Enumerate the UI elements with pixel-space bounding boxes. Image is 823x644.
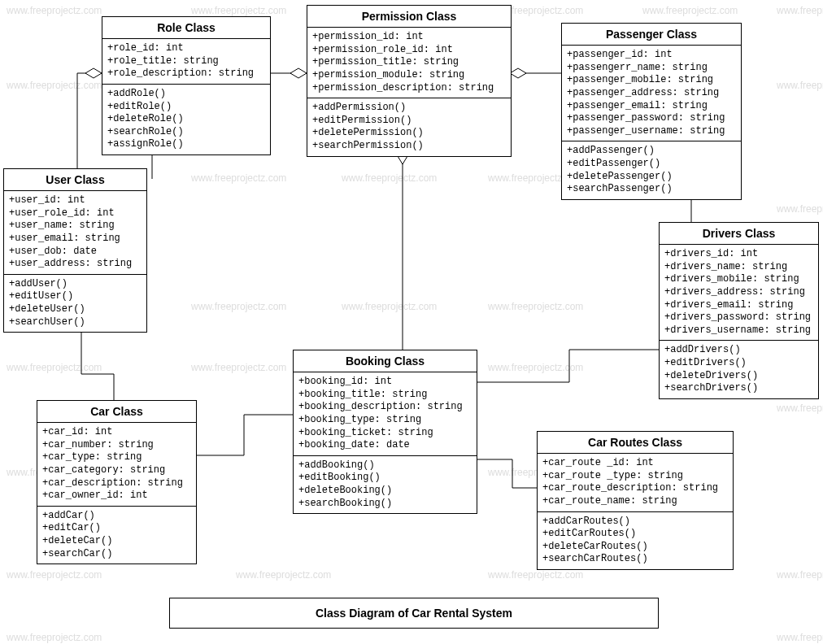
watermark: www.freeprojectz.com [342, 301, 437, 312]
class-attributes: +drivers_id: int +drivers_name: string +… [660, 245, 818, 341]
watermark: www.freeprojectz.com [777, 402, 823, 414]
watermark: www.freeprojectz.com [777, 632, 823, 643]
class-title: Passenger Class [562, 24, 741, 46]
class-title: Permission Class [307, 6, 511, 28]
watermark: www.freeprojectz.com [7, 362, 102, 373]
watermark: www.freeprojectz.com [191, 362, 286, 373]
watermark: www.freeprojectz.com [191, 172, 286, 184]
class-operations: +addPassenger() +editPassenger() +delete… [562, 141, 741, 198]
class-title: Booking Class [294, 350, 477, 372]
diagram-caption: Class Diagram of Car Rental System [169, 598, 659, 629]
watermark: www.freeprojectz.com [777, 5, 823, 16]
watermark: www.freeprojectz.com [777, 569, 823, 581]
watermark: www.freeprojectz.com [7, 632, 102, 643]
class-operations: +addCar() +editCar() +deleteCar() +searc… [37, 507, 196, 564]
class-operations: +addDrivers() +editDrivers() +deleteDriv… [660, 341, 818, 398]
class-attributes: +role_id: int +role_title: string +role_… [102, 39, 270, 85]
class-booking: Booking Class +booking_id: int +booking_… [293, 350, 477, 514]
class-user: User Class +user_id: int +user_role_id: … [3, 168, 147, 333]
class-title: Car Class [37, 401, 196, 423]
class-passenger: Passenger Class +passenger_id: int +pass… [561, 23, 742, 200]
class-operations: +addBooking() +editBooking() +deleteBook… [294, 456, 477, 513]
watermark: www.freeprojectz.com [488, 301, 583, 312]
class-title: User Class [4, 169, 146, 191]
class-title: Drivers Class [660, 223, 818, 245]
watermark: www.freeprojectz.com [642, 5, 738, 16]
class-car: Car Class +car_id: int +car_number: stri… [37, 400, 197, 564]
class-attributes: +car_id: int +car_number: string +car_ty… [37, 423, 196, 507]
class-title: Role Class [102, 17, 270, 39]
class-attributes: +permission_id: int +permission_role_id:… [307, 28, 511, 98]
watermark: www.freeprojectz.com [191, 301, 286, 312]
class-operations: +addUser() +editUser() +deleteUser() +se… [4, 275, 146, 332]
watermark: www.freeprojectz.com [488, 362, 583, 373]
class-drivers: Drivers Class +drivers_id: int +drivers_… [659, 222, 819, 399]
watermark: www.freeprojectz.com [777, 203, 823, 215]
class-attributes: +passenger_id: int +passengerr_name: str… [562, 46, 741, 141]
class-operations: +addPermission() +editPermission() +dele… [307, 98, 511, 155]
class-attributes: +car_route _id: int +car_route _type: st… [538, 454, 733, 511]
class-operations: +addCarRoutes() +editCarRoutes() +delete… [538, 512, 733, 569]
class-permission: Permission Class +permission_id: int +pe… [307, 5, 512, 157]
watermark: www.freeprojectz.com [7, 80, 102, 91]
watermark: www.freeprojectz.com [7, 569, 102, 581]
watermark: www.freeprojectz.com [236, 569, 331, 581]
class-attributes: +booking_id: int +booking_title: string … [294, 372, 477, 456]
class-operations: +addRole() +editRole() +deleteRole() +se… [102, 85, 270, 154]
class-car-routes: Car Routes Class +car_route _id: int +ca… [537, 431, 734, 570]
watermark: www.freeprojectz.com [342, 172, 437, 184]
class-attributes: +user_id: int +user_role_id: int +user_n… [4, 191, 146, 275]
watermark: www.freeprojectz.com [7, 5, 102, 16]
watermark: www.freeprojectz.com [777, 80, 823, 91]
watermark: www.freeprojectz.com [191, 5, 286, 16]
watermark: www.freeprojectz.com [488, 569, 583, 581]
class-role: Role Class +role_id: int +role_title: st… [102, 16, 271, 155]
class-title: Car Routes Class [538, 432, 733, 454]
